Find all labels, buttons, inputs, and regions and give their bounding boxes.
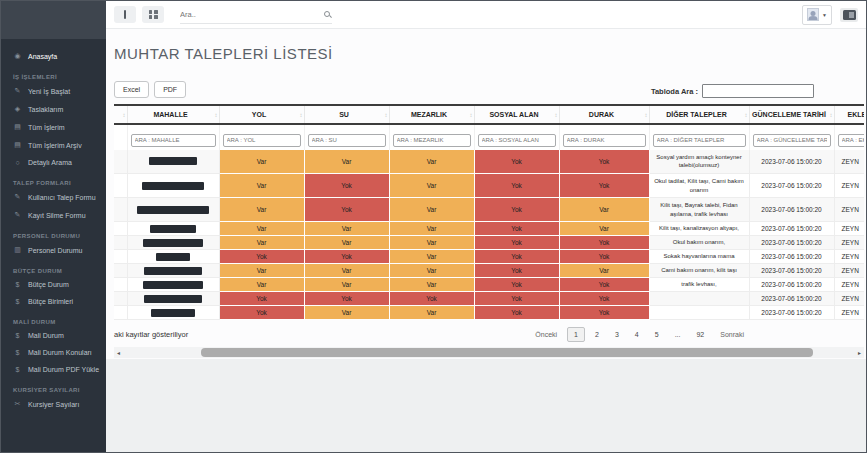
pagination-page-5[interactable]: 5: [649, 327, 665, 342]
pagination-page-4[interactable]: 4: [629, 327, 645, 342]
sidebar-item-personel-durumu[interactable]: ▥Personel Durumu: [1, 241, 106, 259]
filter-input-su[interactable]: [308, 134, 386, 147]
cell-stub: [114, 174, 127, 198]
filter-input-ekleyen[interactable]: [838, 134, 865, 147]
sidebar-item-b-t-e-durum[interactable]: $Bütçe Durum: [1, 276, 106, 293]
dollar-icon: $: [13, 366, 22, 373]
cell-stub: [114, 150, 127, 174]
pagination-next[interactable]: Sonraki: [714, 327, 750, 342]
user-menu-button[interactable]: ▼: [802, 5, 832, 25]
sidebar-section-header: PERSONEL DURUMU: [1, 224, 106, 241]
column-header-sosyal_alan[interactable]: SOSYAL ALAN↕: [474, 105, 559, 124]
table-row: VarVarVarYokYokSosyal yardım amaçlı kont…: [114, 150, 864, 174]
sidebar-item-mali-durum-pdf-y-kle[interactable]: $Mali Durum PDF Yükle: [1, 361, 106, 378]
sidebar-item-anasayfa[interactable]: ◉Anasayfa: [1, 47, 106, 65]
filter-input-tarih[interactable]: [753, 134, 831, 147]
filter-input-diger[interactable]: [653, 134, 746, 147]
panel-toggle-button[interactable]: [840, 8, 858, 22]
table-row: YokYokYokYokYok2023-07-06 15:00:20ZEYN: [114, 292, 864, 306]
sidebar-item-kursiyer-say-lar-[interactable]: ✂Kursiyer Sayıları: [1, 395, 106, 413]
cell-mahalle: [127, 198, 219, 222]
sidebar-item-mali-durum[interactable]: $Mali Durum: [1, 327, 106, 344]
pdf-export-button[interactable]: PDF: [154, 81, 186, 98]
column-header-su[interactable]: SU↕: [304, 105, 389, 124]
filter-input-mezarlik[interactable]: [393, 134, 471, 147]
pagination: Önceki12345...92Sonraki: [527, 327, 752, 342]
cell-durak: Yok: [559, 278, 649, 292]
dollar-icon: $: [13, 332, 22, 339]
pagination-prev[interactable]: Önceki: [529, 327, 563, 342]
column-header-label: EKLEYEN: [847, 111, 864, 118]
cell-diger: Sokak hayvanlarına mama: [649, 250, 749, 264]
topbar: ▼: [106, 1, 866, 29]
apps-button[interactable]: [142, 6, 164, 23]
cell-yol: Yok: [219, 306, 304, 320]
filter-input-yol[interactable]: [223, 134, 301, 147]
scrollbar-thumb[interactable]: [201, 348, 813, 357]
filter-input-durak[interactable]: [563, 134, 646, 147]
cell-stub: [114, 306, 127, 320]
tag-icon: ◈: [13, 105, 22, 113]
sidebar-item-kay-t-silme-formu[interactable]: ✎Kayıt Silme Formu: [1, 206, 106, 224]
user-avatar-icon: [807, 8, 819, 21]
table-search-input[interactable]: [702, 84, 814, 98]
scrollbar-track[interactable]: [123, 348, 855, 357]
column-header-durak[interactable]: DURAK↕: [559, 105, 649, 124]
table-scroll-viewport: ↕MAHALLE↕YOL↕SU↕MEZARLIK↕SOSYAL ALAN↕DUR…: [114, 104, 864, 320]
filter-input-sosyal_alan[interactable]: [478, 134, 556, 147]
sidebar-item-taslaklar-m[interactable]: ◈Taslaklarım: [1, 100, 106, 118]
column-header-stub[interactable]: ↕: [114, 105, 127, 124]
scroll-right-arrow-icon[interactable]: ►: [855, 350, 864, 356]
cell-diger: Cami bakım onarım, kilit taşı: [649, 264, 749, 278]
pagination-page-3[interactable]: 3: [609, 327, 625, 342]
cell-su: Yok: [304, 198, 389, 222]
sort-icon: ↕: [300, 112, 303, 118]
pagination-page-1[interactable]: 1: [567, 327, 585, 342]
cell-mahalle: [127, 250, 219, 264]
global-search: [180, 6, 332, 24]
sidebar-item-label: Taslaklarım: [28, 106, 63, 113]
cell-diger: Okul bakım onarım,: [649, 236, 749, 250]
column-header-mahalle[interactable]: MAHALLE↕: [127, 105, 219, 124]
cell-diger: [649, 306, 749, 320]
pagination-page-92[interactable]: 92: [690, 327, 710, 342]
cell-su: Var: [304, 278, 389, 292]
cell-yol: Var: [219, 222, 304, 236]
sidebar-item-t-m-i-lerim-ar-iv[interactable]: ▤Tüm İşlerim Arşiv: [1, 136, 106, 154]
cell-stub: [114, 278, 127, 292]
sidebar-item-label: Bütçe Durum: [28, 281, 69, 288]
column-header-label: MAHALLE: [153, 111, 187, 118]
redacted-value: [149, 157, 197, 165]
column-header-diger[interactable]: DİĞER TALEPLER↕: [649, 105, 749, 124]
requests-table: ↕MAHALLE↕YOL↕SU↕MEZARLIK↕SOSYAL ALAN↕DUR…: [114, 104, 864, 320]
filter-input-mahalle[interactable]: [131, 134, 216, 147]
panel-icon: [843, 10, 856, 20]
filter-cell: [127, 124, 219, 150]
sidebar-item-t-m-i-lerim[interactable]: ▤Tüm İşlerim: [1, 118, 106, 136]
pagination-page-2[interactable]: 2: [589, 327, 605, 342]
sidebar-item-detayl-arama[interactable]: ○Detaylı Arama: [1, 154, 106, 171]
filter-cell: [649, 124, 749, 150]
column-header-mezarlik[interactable]: MEZARLIK↕: [389, 105, 474, 124]
dollar-icon: $: [13, 298, 22, 305]
cell-sosyal_alan: Yok: [474, 306, 559, 320]
sidebar-item-yeni-i-ba-lat[interactable]: ✎Yeni İş Başlat: [1, 82, 106, 100]
horizontal-scrollbar: ◄ ►: [114, 347, 864, 358]
pagination-page-...[interactable]: ...: [669, 327, 687, 342]
sidebar-item-label: Mali Durum: [28, 332, 64, 339]
excel-export-button[interactable]: Excel: [114, 81, 149, 98]
table-row: VarVarVarYokYokOkul bakım onarım,2023-07…: [114, 236, 864, 250]
sidebar-item-mali-durum-konular-[interactable]: $Mali Durum Konuları: [1, 344, 106, 361]
cell-su: Yok: [304, 174, 389, 198]
cell-stub: [114, 198, 127, 222]
sidebar-item-b-t-e-birimleri[interactable]: $Bütçe Birimleri: [1, 293, 106, 310]
column-header-tarih[interactable]: GÜNCELLEME TARİHİ↕: [749, 105, 834, 124]
menu-toggle-button[interactable]: [114, 6, 136, 23]
scroll-left-arrow-icon[interactable]: ◄: [114, 350, 123, 356]
sidebar-item-kullan-c-talep-formu[interactable]: ✎Kullanıcı Talep Formu: [1, 188, 106, 206]
global-search-input[interactable]: [180, 10, 324, 19]
column-header-label: SOSYAL ALAN: [489, 111, 538, 118]
grid-icon: [149, 10, 158, 19]
column-header-yol[interactable]: YOL↕: [219, 105, 304, 124]
column-header-ekleyen[interactable]: EKLEYEN↕: [834, 105, 864, 124]
